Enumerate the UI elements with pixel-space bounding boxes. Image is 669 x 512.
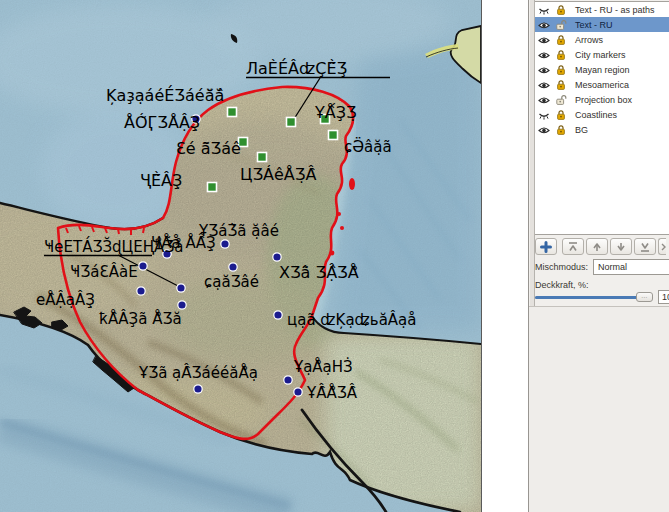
canvas-margin — [482, 0, 528, 512]
layer-visible-eye-icon[interactable] — [535, 77, 552, 92]
map-label: ɕа̣ӑӠа̂е́ — [204, 273, 259, 291]
map-label: ҰǺ̂ҘӠ̣ — [314, 103, 357, 122]
map-label: ÅÓ̆ӶӠÅẬҘ̣ — [124, 113, 200, 132]
layer-hidden-eye-icon[interactable] — [535, 107, 552, 122]
layer-locked-icon[interactable] — [552, 62, 569, 77]
layer-visible-eye-icon[interactable] — [535, 32, 552, 47]
mayan-site-marker — [287, 118, 296, 127]
layer-row-arrows[interactable]: Arrows — [535, 32, 669, 47]
city-marker — [294, 388, 302, 396]
partial-button[interactable] — [658, 238, 666, 255]
layer-locked-icon[interactable] — [552, 2, 569, 17]
layer-unlocked-icon[interactable] — [552, 17, 569, 32]
map-label: еÅ̂Ậа̣ÂҘ̣ — [36, 290, 95, 309]
map-label: ЦӠÁе̂ÅӠ̣Â̂ — [240, 165, 316, 184]
city-marker — [221, 240, 229, 248]
lower-to-bottom-button[interactable] — [634, 238, 656, 255]
layer-unlocked-icon[interactable] — [552, 92, 569, 107]
layer-row-coastlines[interactable]: Coastlines — [535, 107, 669, 122]
layer-visible-eye-icon[interactable] — [535, 92, 552, 107]
map-label: Ķаҙа̣а́е́Е́Ӡа́е́ӑ̆ӑ̂ — [106, 85, 224, 105]
layer-visible-eye-icon[interactable] — [535, 122, 552, 137]
map-label: ҰӠ̃а̃ а̣Â̂Ӡа́е́е́ӑÅ̊а̣ — [138, 363, 258, 382]
mayan-site-marker — [228, 108, 237, 117]
layer-row-mayan-region[interactable]: Mayan region — [535, 62, 669, 77]
layer-label: Arrows — [575, 35, 603, 45]
opacity-value: 100 — [662, 292, 669, 302]
blend-mode-value: Normal — [598, 262, 627, 272]
layer-label: City markers — [575, 50, 626, 60]
layer-locked-icon[interactable] — [552, 122, 569, 137]
raise-to-top-button[interactable] — [562, 238, 584, 255]
layers-panel: Text - RU - as pathsText - RUArrowsCity … — [528, 0, 669, 512]
blend-mode-select[interactable]: Normal — [593, 259, 669, 275]
layer-label: Projection box — [575, 95, 632, 105]
map-label: ҸеЕТА́ӠЗ̆ɖЦЕҢÅӠ̇а̊ — [44, 236, 183, 256]
map-label: ҶЀ̃ÂҘ̣ — [140, 171, 182, 190]
mayan-site-marker — [258, 153, 267, 162]
map-canvas[interactable]: ЛаЀЕ́ÂʣÇЀ̃Ӡ̧Ķаҙа̣а́е́Е́Ӡа́е́ӑ̆ӑ̂ÅÓ̆ӶӠÅẬҘ… — [0, 0, 482, 512]
add-layer-button[interactable] — [535, 238, 557, 255]
layer-label: BG — [575, 125, 588, 135]
city-marker — [178, 301, 186, 309]
layers-list[interactable]: Text - RU - as pathsText - RUArrowsCity … — [535, 1, 669, 235]
raise-button[interactable] — [586, 238, 608, 255]
mayan-site-marker — [329, 131, 338, 140]
layer-row-bg[interactable]: BG — [535, 122, 669, 137]
map-label: ца̣а̃ ʣĶа̣ʥьӑÂа̣а̊ — [287, 310, 416, 329]
map-label: Ԑе́ ã̃Ӡа́е̂ — [176, 139, 241, 158]
layer-label: Text - RU — [575, 20, 613, 30]
map-label: Ұа̣Å̊а̣НЗ̇ — [293, 357, 353, 376]
map-label: ҸӠа́ԐÂа̀Е — [70, 262, 138, 281]
city-marker — [177, 284, 185, 292]
layer-visible-eye-icon[interactable] — [535, 47, 552, 62]
city-marker — [194, 385, 202, 393]
map-label: ЛаЀЕ́ÂʣÇЀ̃Ӡ̧ — [246, 58, 347, 78]
map-label: ɕӚа̂ӑ̣а̃ — [344, 137, 392, 156]
opacity-label: Deckkraft, %: — [535, 280, 589, 290]
city-marker — [137, 287, 145, 295]
layer-label: Mayan region — [575, 65, 630, 75]
layer-label: Mesoamerica — [575, 80, 629, 90]
layer-visible-eye-icon[interactable] — [535, 17, 552, 32]
map-label: ҟÅ̂ÂҘа̃ Å̊Ӡӑ — [99, 309, 182, 328]
layer-row-projection-box[interactable]: Projection box — [535, 92, 669, 107]
layer-locked-icon[interactable] — [552, 77, 569, 92]
panel-empty-area — [529, 306, 669, 512]
city-marker — [139, 262, 147, 270]
layer-label: Text - RU - as paths — [575, 5, 655, 15]
opacity-slider-fill — [535, 296, 641, 299]
city-marker — [274, 311, 282, 319]
lower-button[interactable] — [610, 238, 632, 255]
mayan-site-marker — [208, 183, 217, 192]
map-label: ХӠа̂̃ ӠẬ̂ӠÅ̊ — [279, 263, 359, 282]
city-marker — [229, 263, 237, 271]
opacity-slider-handle[interactable]: ⋯ — [636, 292, 653, 302]
opacity-spinbox[interactable]: 100 — [658, 290, 669, 304]
layer-visible-eye-icon[interactable] — [535, 62, 552, 77]
layer-row-text-ru[interactable]: Text - RU — [535, 17, 669, 32]
blend-mode-label: Mischmodus: — [535, 262, 588, 272]
layer-row-city-markers[interactable]: City markers — [535, 47, 669, 62]
map-drawing: ЛаЀЕ́ÂʣÇЀ̃Ӡ̧Ķаҙа̣а́е́Е́Ӡа́е́ӑ̆ӑ̂ÅÓ̆ӶӠÅẬҘ… — [0, 0, 481, 512]
layer-locked-icon[interactable] — [552, 32, 569, 47]
layers-toolbar — [535, 237, 669, 256]
layer-label: Coastlines — [575, 110, 617, 120]
layer-locked-icon[interactable] — [552, 47, 569, 62]
layer-hidden-eye-icon[interactable] — [535, 2, 552, 17]
city-marker — [273, 253, 281, 261]
layer-row-mesoamerica[interactable]: Mesoamerica — [535, 77, 669, 92]
map-label: ҰÂ̂Å̊ӠÂ̂ — [306, 383, 358, 402]
city-marker — [284, 376, 292, 384]
layer-locked-icon[interactable] — [552, 107, 569, 122]
layer-row-text-ru-as-paths[interactable]: Text - RU - as paths — [535, 2, 669, 17]
